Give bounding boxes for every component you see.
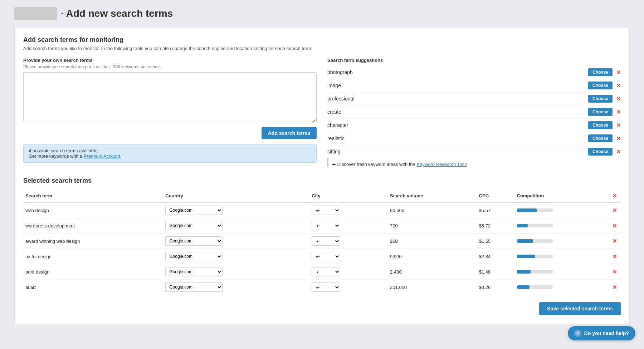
suggestion-row: realisticChoose✕ [327,132,621,145]
premium-account-link[interactable]: Premium Account [84,153,120,159]
volume-cell: 720 [388,218,477,234]
term-cell: print design [23,264,163,280]
remove-suggestion-icon[interactable]: ✕ [616,135,621,142]
suggestions-title: Search term suggestions [327,58,621,63]
competition-bar [517,255,535,258]
remove-suggestion-icon[interactable]: ✕ [616,82,621,89]
save-button[interactable]: Save selected search terms [539,302,621,315]
remove-cell: ✕ [610,202,621,218]
city-select[interactable]: -/-New YorkLondonParis [312,206,340,215]
country-select[interactable]: Google.comGoogle.co.ukGoogle.deGoogle.fr [165,236,223,246]
remove-row-icon[interactable]: ✕ [612,223,617,229]
choose-button[interactable]: Choose [588,108,613,116]
discover-link-row: ➡ Discover fresh keyword ideas with the … [327,158,621,167]
main-card: Add search terms for monitoring Add sear… [14,27,630,324]
suggestion-term: professional [327,96,588,102]
term-cell: web design [23,202,163,218]
table-row: award winning web designGoogle.comGoogle… [23,234,621,249]
remove-suggestion-icon[interactable]: ✕ [616,69,621,76]
two-column-layout: Provide your own search terms Please pro… [23,58,621,167]
th-city: City [309,190,388,202]
competition-cell [515,249,610,264]
info-line1: 4 possible search terms available. [29,148,311,153]
selected-title: Selected search terms [23,177,621,185]
volume-cell: 260 [388,234,477,249]
country-select[interactable]: Google.comGoogle.co.ukGoogle.deGoogle.fr [165,206,223,215]
suggestion-row: imageChoose✕ [327,79,621,92]
cpc-cell: $2.84 [477,249,515,264]
choose-button[interactable]: Choose [588,121,613,129]
competition-cell [515,234,610,249]
footer-row: Save selected search terms [23,302,621,315]
suggestion-row: characterChoose✕ [327,119,621,132]
cpc-cell: $5.57 [477,202,515,218]
remove-row-icon[interactable]: ✕ [612,207,617,213]
city-select[interactable]: -/-New YorkLondonParis [312,236,340,246]
competition-cell [515,280,610,295]
card-title: Add search terms for monitoring [23,36,621,44]
suggestion-term: realistic [327,136,588,141]
brand-logo [14,7,57,20]
country-select[interactable]: Google.comGoogle.co.ukGoogle.deGoogle.fr [165,221,223,230]
term-cell: wordpress development [23,218,163,234]
terms-tbody: web designGoogle.comGoogle.co.ukGoogle.d… [23,202,621,295]
selected-section: Selected search terms Search term Countr… [23,177,621,295]
page-title-row: · Add new search terms [14,7,630,20]
competition-bar-wrap [517,285,553,289]
remove-all-icon[interactable]: ✕ [612,193,617,199]
remove-suggestion-icon[interactable]: ✕ [616,148,621,155]
remove-row-icon[interactable]: ✕ [612,269,617,275]
volume-cell: 9,900 [388,249,477,264]
remove-row-icon[interactable]: ✕ [612,238,617,244]
choose-button[interactable]: Choose [588,134,613,142]
help-icon: ? [574,330,581,337]
suggestions-section: Search term suggestions photographChoose… [327,58,621,167]
suggestion-row: photographChoose✕ [327,66,621,79]
terms-table: Search term Country City Search volume C… [23,190,621,295]
info-line2: Get more keywords with a Premium Account… [29,153,311,159]
remove-suggestion-icon[interactable]: ✕ [616,122,621,129]
suggestion-row: createChoose✕ [327,105,621,119]
suggestion-term: sitting [327,149,588,154]
country-select[interactable]: Google.comGoogle.co.ukGoogle.deGoogle.fr [165,282,223,292]
remove-row-icon[interactable]: ✕ [612,254,617,260]
own-terms-hint: Please provide one search term per line.… [23,64,317,69]
competition-bar-wrap [517,255,553,258]
choose-button[interactable]: Choose [588,68,613,76]
remove-cell: ✕ [610,249,621,264]
search-terms-input[interactable] [23,72,317,122]
city-select[interactable]: -/-New YorkLondonParis [312,252,340,261]
remove-suggestion-icon[interactable]: ✕ [616,95,621,102]
th-remove: ✕ [610,190,621,202]
add-search-terms-button[interactable]: Add search terms [262,127,317,139]
remove-cell: ✕ [610,280,621,295]
volume-cell: 90,500 [388,202,477,218]
suggestion-term: create [327,109,588,115]
city-cell: -/-New YorkLondonParis [309,264,388,280]
competition-bar [517,224,528,227]
choose-button[interactable]: Choose [588,95,613,103]
info-line2-prefix: Get more keywords with a [29,153,84,159]
info-box: 4 possible search terms available. Get m… [23,144,317,163]
city-select[interactable]: -/-New YorkLondonParis [312,221,340,230]
term-cell: award winning web design [23,234,163,249]
country-select[interactable]: Google.comGoogle.co.ukGoogle.deGoogle.fr [165,267,223,276]
choose-button[interactable]: Choose [588,148,613,156]
suggestion-term: photograph [327,69,588,75]
competition-bar-wrap [517,239,553,243]
remove-suggestion-icon[interactable]: ✕ [616,109,621,115]
city-select[interactable]: -/-New YorkLondonParis [312,282,340,292]
table-row: print designGoogle.comGoogle.co.ukGoogle… [23,264,621,280]
city-select[interactable]: -/-New YorkLondonParis [312,267,340,276]
th-search-term: Search term [23,190,163,202]
remove-row-icon[interactable]: ✕ [612,284,617,290]
country-select[interactable]: Google.comGoogle.co.ukGoogle.deGoogle.fr [165,252,223,261]
country-cell: Google.comGoogle.co.ukGoogle.deGoogle.fr [163,234,309,249]
keyword-research-link[interactable]: Keyword Research Tool! [416,162,467,167]
help-button[interactable]: ? Do you need help? [568,326,635,340]
country-cell: Google.comGoogle.co.ukGoogle.deGoogle.fr [163,202,309,218]
competition-bar-wrap [517,208,553,212]
city-cell: -/-New YorkLondonParis [309,202,388,218]
choose-button[interactable]: Choose [588,82,613,89]
city-cell: -/-New YorkLondonParis [309,218,388,234]
